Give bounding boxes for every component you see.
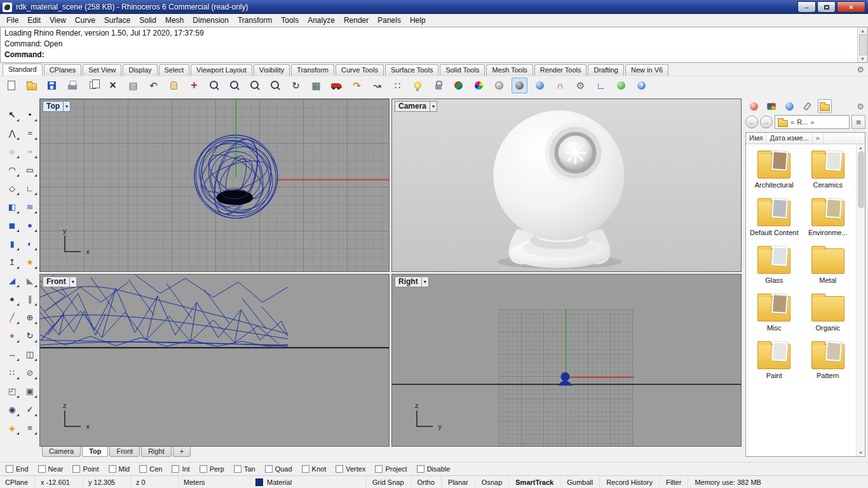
pan-icon[interactable]	[166, 78, 182, 93]
breadcrumb-right-chevron[interactable]: »	[810, 118, 814, 126]
rectangle-tool-icon[interactable]: ▭	[22, 162, 37, 177]
menu-item[interactable]: Dimension	[188, 15, 233, 26]
scrollbar-thumb[interactable]	[859, 34, 867, 55]
open-file-icon[interactable]	[24, 78, 39, 93]
viewport-menu-arrow-icon[interactable]: ▾	[70, 276, 77, 287]
toolbar-tab[interactable]: Surface Tools	[385, 64, 438, 76]
help-icon[interactable]	[634, 78, 649, 93]
osnap-toggle[interactable]: Quad	[265, 465, 292, 473]
toolbar-tab[interactable]: Select	[159, 64, 190, 76]
delete-icon[interactable]: ×	[105, 78, 121, 93]
fillet-corner-tool-icon[interactable]: ∟	[22, 180, 37, 196]
extrude-tool-icon[interactable]: ↥	[4, 254, 20, 269]
lock-icon[interactable]	[430, 78, 446, 93]
panel-scrollbar[interactable]: ▲ ▼	[856, 144, 865, 456]
viewport-top[interactable]: Top ▾ y x	[39, 98, 390, 272]
menu-item[interactable]: Solid	[135, 15, 161, 26]
osnap-magnet-icon[interactable]: ∩	[552, 78, 568, 93]
library-folder-item[interactable]: Default Content	[747, 197, 801, 237]
osnap-toggle[interactable]: Perp	[200, 465, 224, 473]
toolbar-tab[interactable]: Transform	[291, 64, 334, 76]
car-icon[interactable]	[329, 78, 344, 93]
toolbar-tab[interactable]: Render Tools	[534, 64, 587, 76]
breadcrumb-left-chevron[interactable]: «	[790, 118, 794, 126]
checkbox[interactable]	[6, 465, 13, 473]
scroll-down-icon[interactable]: ▼	[858, 451, 863, 455]
loft-tool-icon[interactable]: ≋	[22, 199, 37, 214]
menu-item[interactable]: Panels	[373, 15, 405, 26]
new-viewport-tab[interactable]: +	[173, 447, 191, 457]
checkbox[interactable]	[265, 465, 273, 473]
polyline-tool-icon[interactable]: ⋀	[4, 125, 20, 140]
array-tool-icon[interactable]: ∷	[4, 365, 20, 380]
status-toggle[interactable]: Gumball	[560, 476, 600, 488]
viewport-tab[interactable]: Camera	[42, 447, 81, 457]
menu-item[interactable]: Tools	[276, 15, 303, 26]
viewport-menu-arrow-icon[interactable]: ▾	[64, 101, 71, 112]
chamfer-tool-icon[interactable]: ◣	[22, 273, 37, 288]
toolbar-tab[interactable]: Mesh Tools	[486, 64, 532, 76]
checkbox[interactable]	[375, 465, 383, 473]
materials-tab-icon[interactable]	[747, 99, 761, 113]
maximize-button[interactable]	[817, 1, 836, 13]
toolbar-tab[interactable]: Curve Tools	[336, 64, 384, 76]
toolbar-tab[interactable]: Standard	[3, 64, 43, 76]
layer-tool-icon[interactable]: ◈	[4, 420, 20, 435]
tabbar-gear-icon[interactable]: ⚙	[857, 65, 864, 74]
library-folder-item[interactable]: Glass	[747, 245, 801, 285]
copy-icon[interactable]	[85, 78, 100, 93]
zoom-dynamic-icon[interactable]	[207, 78, 222, 93]
menu-item[interactable]: Mesh	[161, 15, 188, 26]
library-folder-item[interactable]: Architectural	[747, 149, 801, 189]
toolbar-tab[interactable]: Set View	[83, 64, 121, 76]
orient-tool-icon[interactable]: ⊕	[22, 309, 37, 325]
viewport-camera[interactable]: Camera ▾	[391, 98, 742, 272]
circle-tool-icon[interactable]: ○	[4, 144, 20, 159]
paste-icon[interactable]: ▤	[125, 78, 141, 93]
osnap-toggle[interactable]: End	[6, 465, 29, 473]
mirror-tool-icon[interactable]: ◫	[22, 346, 37, 362]
checkbox[interactable]	[38, 465, 46, 473]
raytraced-view-icon[interactable]	[532, 78, 548, 93]
command-prompt[interactable]: Command:	[4, 50, 864, 60]
panel-menu-button[interactable]: ≡	[851, 115, 865, 129]
boolean-tool-icon[interactable]: ◐	[22, 236, 37, 251]
toolbar-tab[interactable]: Visibility	[254, 64, 290, 76]
menu-item[interactable]: Surface	[100, 15, 135, 26]
more-columns-icon[interactable]: »	[813, 133, 824, 144]
library-folder-item[interactable]: Metal	[801, 245, 855, 285]
menu-item[interactable]: Curve	[71, 15, 100, 26]
checkbox[interactable]	[139, 465, 147, 473]
scale-tool-icon[interactable]: ↔	[4, 346, 20, 362]
status-toggle[interactable]: Planar	[442, 476, 475, 488]
ellipse-tool-icon[interactable]: ○	[22, 144, 37, 159]
viewport-title[interactable]: Right	[395, 276, 422, 287]
lights-icon[interactable]	[410, 78, 426, 93]
block-tool-icon[interactable]: ▣	[22, 383, 37, 398]
osnap-toggle[interactable]: Cen	[139, 465, 162, 473]
curve-tool-icon[interactable]: ≈	[22, 125, 37, 140]
breadcrumb[interactable]: « R... »	[775, 115, 850, 129]
pipe-tool-icon[interactable]: ∥	[22, 291, 37, 306]
trim-tool-icon[interactable]: ⊘	[22, 365, 37, 380]
minimize-button[interactable]: –	[797, 1, 816, 13]
viewport-tab[interactable]: Top	[82, 447, 108, 457]
toolbar-tab[interactable]: Display	[123, 64, 157, 76]
osnap-toggle[interactable]: Mid	[109, 465, 130, 473]
checkbox[interactable]	[417, 465, 424, 473]
viewport-front[interactable]: Front ▾ z x	[39, 274, 390, 447]
viewport-title[interactable]: Front	[43, 276, 70, 287]
osnap-toggle[interactable]: Tan	[234, 465, 255, 473]
close-button[interactable]: ×	[837, 1, 865, 13]
check-tool-icon[interactable]: ✓	[22, 402, 37, 417]
fillet-edge-tool-icon[interactable]: ◢	[4, 273, 20, 288]
osnap-toggle[interactable]: Knot	[302, 465, 327, 473]
checkbox[interactable]	[200, 465, 207, 473]
select-tool-icon[interactable]: ↖	[4, 107, 20, 122]
library-folder-item[interactable]: Ceramics	[801, 149, 855, 189]
point-tool-icon[interactable]: •	[22, 107, 37, 122]
cplane-icon[interactable]: ∟	[593, 78, 609, 93]
arc-tool-icon[interactable]: ◠	[4, 162, 20, 177]
pencil-tool-icon[interactable]: ╱	[4, 309, 20, 325]
viewport-menu-arrow-icon[interactable]: ▾	[422, 276, 429, 287]
